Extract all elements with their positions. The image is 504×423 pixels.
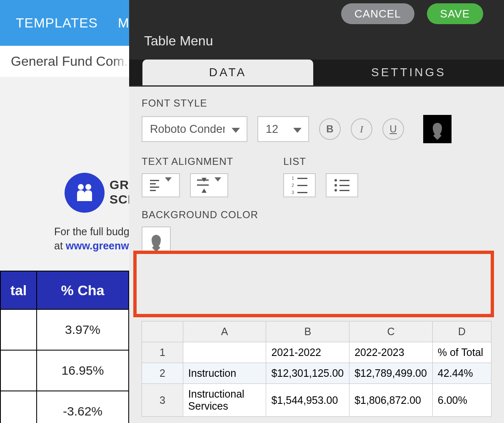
cell[interactable]: $1,544,953.00 bbox=[266, 384, 349, 417]
bg-cell: 16.95% bbox=[37, 350, 129, 391]
droplet-icon bbox=[433, 123, 442, 135]
list-label: LIST bbox=[283, 156, 358, 167]
horizontal-align-dropdown[interactable] bbox=[142, 173, 180, 197]
bold-button[interactable]: B bbox=[319, 118, 341, 140]
data-spreadsheet[interactable]: A B C D 1 2021-2022 2022-2023 % of Total… bbox=[142, 321, 492, 417]
chevron-down-icon bbox=[287, 123, 308, 136]
document-title[interactable]: General Fund Com... bbox=[0, 46, 129, 77]
panel-title: Table Menu bbox=[129, 25, 504, 60]
ordered-list-button[interactable]: 1 2 3 bbox=[283, 173, 316, 197]
sheet-corner[interactable] bbox=[142, 321, 183, 342]
cell[interactable]: Instruction bbox=[183, 363, 266, 384]
col-header-d[interactable]: D bbox=[432, 321, 491, 342]
import-instructions: Type, copy and paste, or import a file t… bbox=[142, 270, 492, 309]
canvas-table-fragment: tal % Cha 3.97% 16.95% -3.62% bbox=[0, 271, 129, 423]
cell[interactable]: 2021-2022 bbox=[266, 342, 349, 363]
cell[interactable]: $12,789,499.00 bbox=[349, 363, 433, 384]
italic-button[interactable]: I bbox=[351, 118, 372, 140]
import-text-2: File formats include xlsx and csv. bbox=[143, 294, 302, 307]
panel-tabs: DATA SETTINGS bbox=[129, 60, 504, 85]
unordered-list-button[interactable] bbox=[326, 173, 358, 197]
ordered-list-icon: 1 2 3 bbox=[292, 176, 307, 195]
font-style-label: FONT STYLE bbox=[142, 97, 492, 109]
bg-cell: -3.62% bbox=[37, 391, 129, 423]
infographic-subtext: For the full budge at www.greenwoo bbox=[54, 225, 142, 253]
people-icon bbox=[65, 173, 105, 213]
row-header[interactable]: 2 bbox=[142, 363, 183, 384]
row-header[interactable]: 3 bbox=[142, 384, 183, 417]
bg-th-change: % Cha bbox=[37, 271, 129, 309]
background-color-label: BACKGROUND COLOR bbox=[142, 209, 492, 221]
document-title-text: General Fund Com... bbox=[11, 54, 129, 69]
cell[interactable]: $12,301,125.00 bbox=[266, 363, 349, 384]
cell[interactable] bbox=[183, 342, 266, 363]
top-nav: TEMPLATES MY D bbox=[0, 0, 129, 46]
droplet-icon bbox=[152, 235, 161, 247]
font-size-dropdown[interactable]: 12 bbox=[257, 116, 309, 142]
cell[interactable]: 6.00% bbox=[432, 384, 491, 417]
infographic-logo: GRE SCH bbox=[65, 173, 105, 213]
tab-data[interactable]: DATA bbox=[142, 60, 313, 85]
import-button[interactable]: IMPORT bbox=[416, 281, 490, 305]
nav-templates[interactable]: TEMPLATES bbox=[16, 15, 98, 31]
cell[interactable]: 42.44% bbox=[432, 363, 491, 384]
font-family-value: Roboto Conden bbox=[142, 123, 225, 136]
save-button[interactable]: SAVE bbox=[427, 3, 483, 24]
font-family-dropdown[interactable]: Roboto Conden bbox=[142, 116, 247, 142]
underline-button[interactable]: U bbox=[382, 118, 404, 140]
table-menu-panel: CANCEL SAVE Table Menu DATA SETTINGS FON… bbox=[129, 0, 504, 423]
background-color-picker[interactable] bbox=[142, 226, 171, 256]
cancel-button[interactable]: CANCEL bbox=[341, 3, 414, 24]
tab-settings[interactable]: SETTINGS bbox=[313, 60, 504, 85]
font-size-value: 12 bbox=[258, 123, 287, 136]
vertical-align-dropdown[interactable] bbox=[190, 173, 228, 197]
col-header-b[interactable]: B bbox=[266, 321, 349, 342]
svg-point-1 bbox=[85, 184, 91, 190]
cell[interactable]: % of Total bbox=[432, 342, 491, 363]
align-left-icon bbox=[150, 180, 159, 191]
cell[interactable]: Instructional Services bbox=[183, 384, 266, 417]
bg-cell: 3.97% bbox=[37, 309, 129, 350]
cell[interactable]: $1,806,872.00 bbox=[349, 384, 433, 417]
font-color-picker[interactable] bbox=[423, 115, 452, 143]
svg-point-0 bbox=[78, 184, 84, 190]
import-text-1: Type, copy and paste, or import a file t… bbox=[143, 279, 381, 291]
text-alignment-label: TEXT ALIGNMENT bbox=[142, 156, 233, 167]
row-header[interactable]: 1 bbox=[142, 342, 183, 363]
chevron-down-icon bbox=[209, 182, 221, 189]
chevron-down-icon bbox=[225, 123, 247, 136]
unordered-list-icon bbox=[334, 179, 349, 192]
bg-th-total: tal bbox=[0, 271, 37, 309]
cell[interactable]: 2022-2023 bbox=[349, 342, 433, 363]
col-header-c[interactable]: C bbox=[349, 321, 433, 342]
align-middle-icon bbox=[197, 179, 209, 191]
chevron-down-icon bbox=[159, 182, 172, 189]
col-header-a[interactable]: A bbox=[183, 321, 266, 342]
tab-body-data: FONT STYLE Roboto Conden 12 B I U TEXT A… bbox=[129, 87, 504, 423]
